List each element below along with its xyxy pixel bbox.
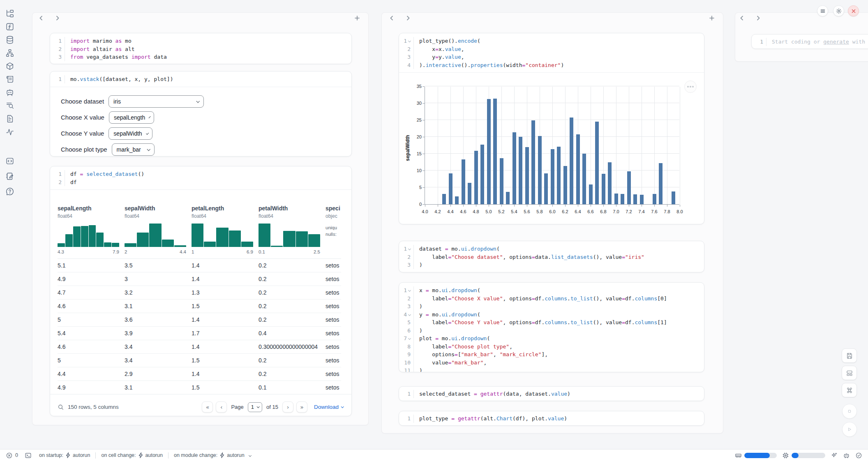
code-editor[interactable]: 1df = selected_dataset()2df <box>50 166 351 189</box>
next-page-button[interactable]: › <box>282 401 293 413</box>
fold-chevron-icon[interactable] <box>408 289 411 292</box>
table-row[interactable]: 4.63.41.40.30000000000000004setos <box>58 340 341 353</box>
code-editor[interactable]: 1mo.vstack([dataset, x, y, plot]) <box>50 71 351 87</box>
vstack-output: Choose datasetirisChoose X valuesepalLen… <box>50 87 351 157</box>
dependency-graph-icon[interactable] <box>5 48 14 58</box>
table-row[interactable]: 5.13.51.40.2setos <box>58 258 341 272</box>
plot-type-select[interactable]: mark_bar <box>112 143 155 156</box>
bolt-icon <box>220 452 224 458</box>
x-tick-label: 7.6 <box>651 209 657 214</box>
keyboard-shortcuts-button[interactable] <box>842 383 857 397</box>
ai-sparkles-button[interactable] <box>831 452 838 459</box>
column-scroll-left-icon[interactable] <box>389 15 395 22</box>
prev-page-button[interactable]: ‹ <box>216 401 227 413</box>
chart-bar <box>595 122 599 204</box>
x-tick-label: 4.4 <box>447 209 453 214</box>
layout-toggle-button[interactable] <box>842 366 857 380</box>
terminal-button[interactable] <box>25 452 32 459</box>
page-select[interactable]: 1 <box>248 402 262 412</box>
fold-chevron-icon[interactable] <box>408 247 411 250</box>
table-column-header[interactable]: sepalWidthfloat6424.4 <box>125 205 192 254</box>
table-row[interactable]: 53.61.40.2setos <box>58 313 341 326</box>
help-icon[interactable] <box>5 187 14 196</box>
x-tick-label: 6.0 <box>549 209 555 214</box>
errors-indicator[interactable]: 0 <box>6 452 18 459</box>
code-editor[interactable]: 1import marimo as mo2import altair as al… <box>50 33 351 64</box>
download-button[interactable]: Download <box>314 404 343 410</box>
table-row[interactable]: 53.41.50.2setos <box>58 353 341 367</box>
table-row[interactable]: 4.931.40.2setos <box>58 272 341 286</box>
add-cell-icon[interactable] <box>354 15 361 22</box>
find-replace-icon[interactable] <box>5 101 14 110</box>
table-cell: 5 <box>58 316 125 323</box>
settings-button[interactable] <box>833 5 844 16</box>
stop-all-button[interactable] <box>842 404 857 419</box>
table-column-header[interactable]: speciobjecuniqunulls: <box>326 205 341 254</box>
run-all-button[interactable] <box>842 422 857 437</box>
table-row[interactable]: 4.93.11.50.1setos <box>58 380 341 394</box>
fold-chevron-icon[interactable] <box>408 337 411 340</box>
snippets-icon[interactable] <box>5 157 14 166</box>
code-editor[interactable]: 1plot_type = getattr(alt.Chart(df), plot… <box>399 411 704 426</box>
column-scroll-right-icon[interactable] <box>405 15 412 22</box>
connection-status-button[interactable] <box>855 452 862 459</box>
cell-plot: 1plot_type().encode(2 x=x.value,3 y=y.va… <box>399 33 704 224</box>
documentation-icon[interactable] <box>5 114 14 123</box>
x-value-select[interactable]: sepalLength <box>109 111 154 124</box>
logs-icon[interactable] <box>5 75 14 84</box>
last-page-button[interactable]: » <box>296 401 307 413</box>
first-page-button[interactable]: « <box>202 401 213 413</box>
column-scroll-right-icon[interactable] <box>55 15 61 22</box>
file-explorer-icon[interactable] <box>5 9 14 18</box>
shutdown-button[interactable] <box>848 5 859 16</box>
column-scroll-right-icon[interactable] <box>755 15 762 22</box>
scratchpad-icon[interactable] <box>5 172 14 181</box>
search-icon[interactable] <box>58 404 64 410</box>
datasources-icon[interactable] <box>5 35 14 44</box>
table-row[interactable]: 4.73.21.30.2setos <box>58 286 341 299</box>
add-cell-icon[interactable] <box>709 15 716 22</box>
table-column-header[interactable]: petalWidthfloat640.12.5 <box>259 205 326 254</box>
ai-chat-icon[interactable] <box>5 88 14 97</box>
chart-actions-button[interactable] <box>684 81 697 93</box>
packages-icon[interactable] <box>5 62 14 71</box>
table-row[interactable]: 4.42.91.40.2setos <box>58 367 341 380</box>
functions-icon[interactable] <box>5 22 14 31</box>
code-editor[interactable]: 1 Start coding or generate with <box>752 35 868 49</box>
table-cell: 0.1 <box>259 384 326 391</box>
table-row[interactable]: 5.43.91.70.4setos <box>58 326 341 340</box>
cpu-icon <box>782 452 789 459</box>
ai-assistant-button[interactable] <box>843 452 850 459</box>
fold-chevron-icon[interactable] <box>408 313 411 316</box>
code-editor[interactable]: 1plot_type().encode(2 x=x.value,3 y=y.va… <box>399 33 704 72</box>
save-button[interactable] <box>842 348 857 363</box>
table-column-header[interactable]: sepalLengthfloat644.37.9 <box>58 205 125 254</box>
x-tick-label: 6.2 <box>562 209 568 214</box>
y-value-select[interactable]: sepalWidth <box>108 127 152 140</box>
generate-link[interactable]: generate <box>823 39 849 45</box>
code-editor[interactable]: 1x = mo.ui.dropdown(2 label="Choose X va… <box>399 283 704 372</box>
chart-bar <box>672 191 675 204</box>
module-change-mode-toggle[interactable]: on module change: autorun <box>174 452 251 458</box>
cell-change-mode-toggle[interactable]: on cell change: autorun <box>101 452 163 458</box>
table-column-header[interactable]: petalLengthfloat6416.9 <box>192 205 259 254</box>
dataframe-table: sepalLengthfloat644.37.9sepalWidthfloat6… <box>50 190 351 394</box>
startup-mode-toggle[interactable]: on startup: autorun <box>39 452 90 458</box>
chart-bar <box>653 194 656 204</box>
chart-bar <box>659 163 663 204</box>
x-tick-label: 5.4 <box>511 209 517 214</box>
y-tick-label: 0 <box>408 202 422 207</box>
code-editor[interactable]: 1selected_dataset = getattr(data, datase… <box>399 387 704 401</box>
fold-chevron-icon[interactable] <box>408 39 411 42</box>
table-row[interactable]: 4.63.11.50.2setos <box>58 299 341 313</box>
table-cell: 1.5 <box>192 303 259 309</box>
notebook-menu-button[interactable] <box>817 5 828 16</box>
dataset-select[interactable]: iris <box>108 95 204 108</box>
column-scroll-left-icon[interactable] <box>739 15 746 22</box>
column-histogram <box>192 224 253 247</box>
error-circle-icon <box>6 452 13 459</box>
table-cell: 1.3 <box>192 289 259 296</box>
column-scroll-left-icon[interactable] <box>38 15 45 22</box>
tracing-icon[interactable] <box>5 127 14 136</box>
code-editor[interactable]: 1dataset = mo.ui.dropdown(2 label="Choos… <box>399 241 704 272</box>
